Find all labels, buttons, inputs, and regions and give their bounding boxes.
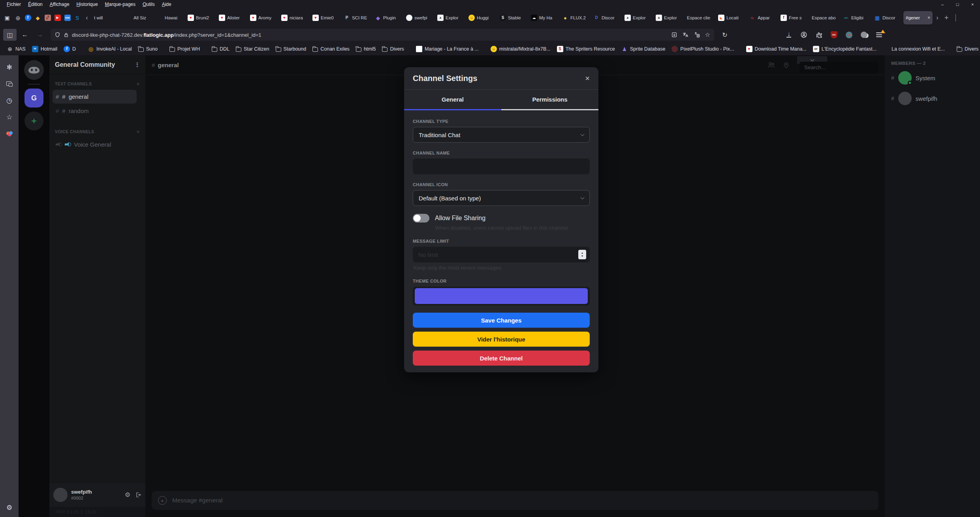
bookmark-item[interactable]: ◎InvokeAI - Local [85, 45, 135, 53]
menu-édition[interactable]: Édition [24, 1, 46, 8]
translate-icon[interactable] [682, 32, 689, 38]
pinned-tab-diamond[interactable]: ◆ [33, 12, 43, 24]
save-changes-button[interactable]: Save Changes [413, 313, 590, 328]
bookmark-item[interactable]: SThe Spriters Resource [554, 45, 618, 53]
voice-channel-item[interactable]: Voice General [53, 138, 137, 151]
pinned-messages-icon[interactable] [782, 61, 790, 69]
bookmark-item[interactable]: Projet WH [167, 45, 203, 53]
user-settings-gear-icon[interactable]: ⚙ [125, 491, 130, 498]
ai-chatbot-icon[interactable]: ✻ [5, 62, 14, 72]
forward-button[interactable]: → [33, 29, 47, 41]
member-row-system[interactable]: #System [891, 71, 974, 85]
tab[interactable]: ◆Plugin [372, 11, 404, 25]
add-text-channel-icon[interactable]: + [136, 81, 140, 87]
ublock-origin-icon[interactable]: UO [827, 29, 841, 41]
sidebar-settings-gear-icon[interactable]: ⚙ [5, 503, 14, 512]
menu-outils[interactable]: Outils [139, 1, 158, 8]
discord-home-icon[interactable] [24, 60, 44, 80]
tab-active[interactable]: #gener × [903, 11, 933, 25]
extension-goggles-icon[interactable]: oo [842, 29, 856, 41]
tab[interactable]: ▦Discor [872, 11, 903, 25]
add-server-button[interactable]: + [24, 111, 43, 130]
logout-icon[interactable] [135, 492, 141, 498]
tab[interactable]: ◣Locati [716, 11, 747, 25]
bookmark-item[interactable]: ♟Sprite Database [619, 45, 668, 53]
window-maximize-button[interactable]: □ [950, 0, 965, 9]
save-page-icon[interactable] [671, 32, 677, 38]
history-clock-icon[interactable]: ◷ [5, 96, 14, 105]
tab[interactable]: ▲Explor [653, 11, 685, 25]
bookmark-star-icon[interactable]: ☆ [705, 31, 710, 38]
server-icon-general-community[interactable]: G [24, 89, 43, 108]
channel-type-select[interactable]: Traditional Chat [413, 127, 590, 143]
tab[interactable]: ♥Alister [216, 11, 248, 25]
bookmark-item[interactable]: Suno [135, 45, 160, 53]
window-minimize-button[interactable]: – [935, 0, 950, 9]
menu-affichage[interactable]: Affichage [46, 1, 73, 8]
pinned-tab-pixel-sprite[interactable]: ▞ [43, 12, 53, 24]
delete-channel-button[interactable]: Delete Channel [413, 351, 590, 366]
tab[interactable]: ▲Explor [435, 11, 466, 25]
scroll-tabs-right-icon[interactable]: › [933, 14, 942, 21]
message-input[interactable] [172, 497, 872, 504]
clear-history-button[interactable]: Vider l'historique [413, 332, 590, 347]
pinned-tab-youtube[interactable]: ▶ [53, 12, 62, 24]
firefox-view-icon[interactable]: ▣ [2, 12, 13, 24]
tab-close-icon[interactable]: × [927, 15, 930, 21]
menu-aide[interactable]: Aide [158, 1, 175, 8]
list-tabs-icon[interactable] [951, 14, 960, 21]
pinned-tab-facebook[interactable]: f [23, 12, 33, 24]
menu-hamburger-icon[interactable] [872, 29, 886, 41]
attach-plus-icon[interactable]: + [158, 496, 167, 505]
tab-general[interactable]: General [404, 90, 501, 110]
reload-icon[interactable]: ↻ [718, 29, 732, 41]
tab[interactable]: Espace clie [685, 11, 716, 25]
pinned-tab-dsm[interactable]: DSM [62, 12, 72, 24]
tab[interactable]: SStable [497, 11, 529, 25]
tab[interactable]: ♥Aromy [248, 11, 279, 25]
member-row-swefpifh[interactable]: #swefpifh [891, 92, 974, 105]
bookmark-item[interactable]: Starbound [273, 45, 309, 53]
server-header[interactable]: General Community ⋮ [49, 55, 145, 74]
number-spinner[interactable]: ▲▼ [578, 250, 586, 259]
tab[interactable]: fFree s [778, 11, 809, 25]
channel-icon-select[interactable]: Default (Based on type) [413, 190, 590, 206]
bookmark-item[interactable]: Star Citizen [233, 45, 272, 53]
tab[interactable]: SLAppar [747, 11, 778, 25]
new-tab-button[interactable]: + [942, 13, 951, 22]
server-menu-kebab-icon[interactable]: ⋮ [134, 61, 141, 68]
url-bar[interactable]: discord-like-php-chat-7262.dev.flatlogic… [51, 29, 714, 41]
profiles-icon[interactable] [5, 129, 14, 138]
tab[interactable]: DDiscor [591, 11, 622, 25]
message-input-container[interactable]: + [152, 491, 878, 510]
downloads-icon[interactable]: ↓ [782, 29, 796, 41]
extensions-puzzle-icon[interactable] [812, 29, 826, 41]
window-close-button[interactable]: × [965, 0, 980, 9]
bookmark-item[interactable]: Divers [379, 45, 406, 53]
theme-color-picker[interactable] [413, 287, 590, 306]
pinned-tab-globe[interactable]: ⊕ [13, 12, 23, 24]
extension-blob-icon[interactable] [857, 29, 871, 41]
tab[interactable]: ☺Huggi [466, 11, 497, 25]
bookmark-item[interactable]: fD [61, 45, 79, 53]
tab[interactable]: ☁My Ha [529, 11, 560, 25]
back-button[interactable]: ← [18, 29, 32, 41]
tab[interactable]: swefpi [404, 11, 435, 25]
bookmark-item[interactable]: ☺mistralai/Mixtral-8x7B... [488, 45, 553, 53]
menu-fichier[interactable]: Fichier [3, 1, 24, 8]
tab[interactable]: ♥Bruni2 [185, 11, 216, 25]
menu-marque-pages[interactable]: Marque-pages [102, 1, 139, 8]
members-toggle-icon[interactable] [767, 61, 775, 69]
scroll-tabs-left-icon[interactable]: ‹ [83, 14, 91, 21]
synced-tabs-icon[interactable] [5, 79, 14, 89]
bookmark-item[interactable]: La connexion Wifi et E... [880, 45, 948, 53]
tab[interactable]: All Siz [123, 11, 154, 25]
channel-item-general[interactable]: ##general [53, 90, 137, 104]
bookmark-item[interactable]: Mariage - La France à ... [413, 45, 482, 53]
translate-page-icon[interactable] [694, 32, 700, 38]
add-voice-channel-icon[interactable]: + [136, 128, 140, 135]
bookmark-item[interactable]: ⊕NAS [4, 45, 28, 53]
bookmark-item[interactable]: ♥Download Time Mana... [743, 45, 809, 53]
file-sharing-toggle[interactable] [413, 214, 429, 223]
tab[interactable]: Hawai [154, 11, 185, 25]
